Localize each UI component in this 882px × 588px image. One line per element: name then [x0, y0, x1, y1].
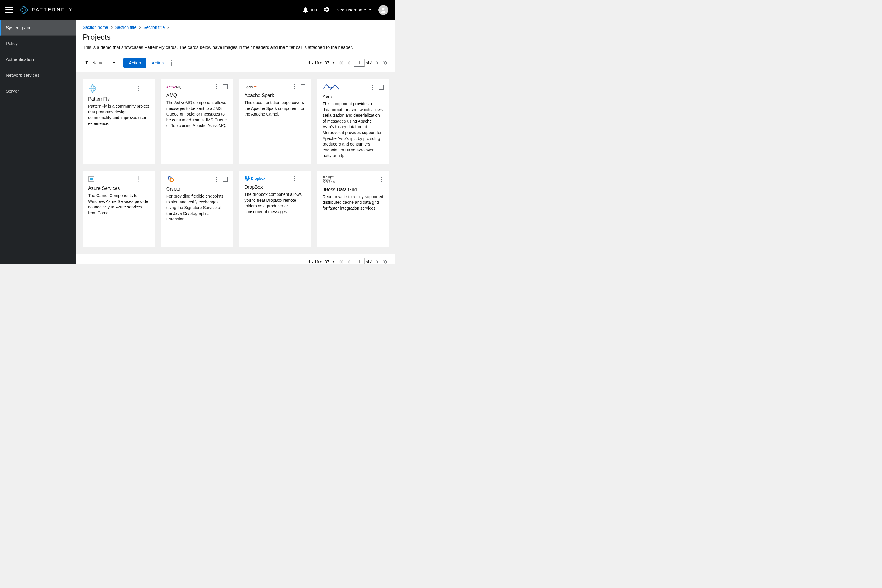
- card-select-checkbox[interactable]: [223, 84, 228, 89]
- angle-double-right-icon: [383, 260, 387, 264]
- action-primary-button[interactable]: Action: [123, 58, 146, 68]
- card-kebab-menu[interactable]: [370, 85, 375, 90]
- pagination-bottom: 1 - 10 of 37 of 4: [308, 258, 389, 264]
- bell-icon: [303, 8, 308, 13]
- card-logo: [88, 176, 94, 182]
- card-select-checkbox[interactable]: [223, 177, 228, 182]
- pagination-prev-button[interactable]: [346, 258, 353, 264]
- page-title: Projects: [83, 33, 389, 42]
- sidebar-item-policy[interactable]: Policy: [0, 36, 76, 51]
- brand-name: PATTERNFLY: [32, 8, 73, 13]
- card-title: PatternFly: [88, 96, 149, 102]
- settings-button[interactable]: [324, 7, 329, 13]
- project-card[interactable]: AVROAvroThis component provides a datafo…: [317, 79, 389, 164]
- svg-point-3: [382, 8, 384, 10]
- angle-right-icon: [376, 260, 379, 264]
- angle-left-icon: [348, 61, 351, 64]
- card-description: For providing flexible endpoints to sign…: [166, 194, 228, 222]
- brand-logo[interactable]: PATTERNFLY: [19, 5, 73, 15]
- toolbar-kebab-menu[interactable]: [169, 60, 174, 66]
- card-logo: [166, 176, 175, 183]
- angle-double-left-icon: [339, 61, 343, 64]
- svg-rect-9: [90, 178, 93, 180]
- card-kebab-menu[interactable]: [214, 177, 219, 182]
- angle-double-right-icon: [383, 61, 387, 64]
- project-card[interactable]: RED HAT® JBOSS®DATA GRIDJBoss Data GridR…: [317, 171, 389, 247]
- card-kebab-menu[interactable]: [136, 86, 141, 91]
- card-kebab-menu[interactable]: [379, 177, 384, 182]
- pagination-perpage-toggle[interactable]: [332, 261, 334, 262]
- pagination-last-button[interactable]: [382, 258, 389, 264]
- chevron-right-icon: [111, 26, 113, 29]
- card-logo: RED HAT® JBOSS®DATA GRID: [322, 176, 340, 183]
- angle-left-icon: [348, 260, 351, 264]
- project-card[interactable]: Azure ServicesThe Camel Components for W…: [83, 171, 154, 247]
- pagination-page-input[interactable]: [354, 258, 364, 264]
- notifications-button[interactable]: 000: [303, 8, 317, 13]
- patternfly-logo-icon: [19, 5, 29, 15]
- nav-toggle-button[interactable]: [5, 7, 13, 13]
- card-kebab-menu[interactable]: [136, 176, 141, 182]
- card-title: JBoss Data Grid: [322, 187, 384, 192]
- pagination-next-button[interactable]: [374, 258, 381, 264]
- card-description: The dropbox component allows you to trea…: [244, 192, 306, 214]
- angle-right-icon: [376, 61, 379, 64]
- card-kebab-menu[interactable]: [292, 176, 297, 181]
- pagination-perpage-toggle[interactable]: [332, 62, 334, 63]
- breadcrumb-link[interactable]: Section title: [144, 25, 165, 30]
- project-card[interactable]: CryptoFor providing flexible endpoints t…: [161, 171, 233, 247]
- user-avatar[interactable]: [378, 5, 388, 15]
- sidebar-nav: System panelPolicyAuthenticationNetwork …: [0, 20, 76, 264]
- action-secondary-button[interactable]: Action: [152, 60, 164, 65]
- card-select-checkbox[interactable]: [301, 84, 306, 89]
- project-card[interactable]: ActiveMQAMQThe ActiveMQ component allows…: [161, 79, 233, 164]
- sidebar-item-authentication[interactable]: Authentication: [0, 51, 76, 68]
- card-select-checkbox[interactable]: [379, 85, 384, 90]
- pagination-first-button[interactable]: [338, 59, 345, 66]
- pagination-next-button[interactable]: [374, 59, 381, 66]
- breadcrumb: Section homeSection titleSection title: [83, 25, 389, 30]
- sidebar-item-network-services[interactable]: Network services: [0, 68, 76, 83]
- card-logo: Spark✦: [244, 84, 257, 89]
- card-select-checkbox[interactable]: [145, 86, 149, 91]
- card-description: The ActiveMQ component allows messages t…: [166, 100, 228, 129]
- pagination-last-button[interactable]: [382, 59, 389, 66]
- angle-double-left-icon: [339, 260, 343, 264]
- toolbar: Name Action Action 1 - 10 of 37: [76, 54, 395, 72]
- pagination-page-input[interactable]: [354, 59, 364, 67]
- card-description: PatternFly is a community project that p…: [88, 104, 149, 126]
- pagination-page-of: of 4: [366, 61, 372, 65]
- card-title: Apache Spark: [244, 93, 306, 98]
- project-card[interactable]: Spark✦Apache SparkThis documentation pag…: [239, 79, 311, 164]
- card-description: This documentation page covers the Apach…: [244, 100, 306, 117]
- card-select-checkbox[interactable]: [145, 177, 149, 182]
- breadcrumb-link[interactable]: Section home: [83, 25, 108, 30]
- filter-select[interactable]: Name: [83, 58, 118, 67]
- page-description: This is a demo that showcases PatternFly…: [83, 45, 389, 50]
- pagination-prev-button[interactable]: [346, 59, 353, 66]
- project-card[interactable]: DropboxDropBoxThe dropbox component allo…: [239, 171, 311, 247]
- card-logo: Dropbox: [244, 176, 262, 181]
- svg-point-10: [170, 178, 174, 182]
- pagination-total: 37: [325, 61, 329, 65]
- pagination-first-button[interactable]: [338, 258, 345, 264]
- app-header: PATTERNFLY 000 Ned Username: [0, 0, 395, 20]
- card-title: Crypto: [166, 186, 228, 192]
- card-kebab-menu[interactable]: [214, 84, 219, 89]
- breadcrumb-link[interactable]: Section title: [115, 25, 136, 30]
- caret-down-icon: [369, 9, 371, 10]
- pagination-top: 1 - 10 of 37 of 4: [308, 59, 389, 67]
- sidebar-item-system-panel[interactable]: System panel: [0, 20, 76, 36]
- filter-icon: [85, 61, 89, 64]
- card-title: DropBox: [244, 184, 306, 190]
- card-select-checkbox[interactable]: [301, 176, 306, 181]
- sidebar-item-server[interactable]: Server: [0, 83, 76, 99]
- card-kebab-menu[interactable]: [292, 84, 297, 89]
- pagination-bottom-bar: 1 - 10 of 37 of 4: [76, 254, 395, 264]
- user-menu[interactable]: Ned Username: [336, 8, 371, 12]
- card-logo: AVRO: [322, 84, 339, 90]
- project-card[interactable]: PatternFlyPatternFly is a community proj…: [83, 79, 154, 164]
- card-title: Azure Services: [88, 186, 149, 191]
- card-title: Avro: [322, 94, 384, 99]
- card-description: The Camel Components for Windows Azure S…: [88, 193, 149, 216]
